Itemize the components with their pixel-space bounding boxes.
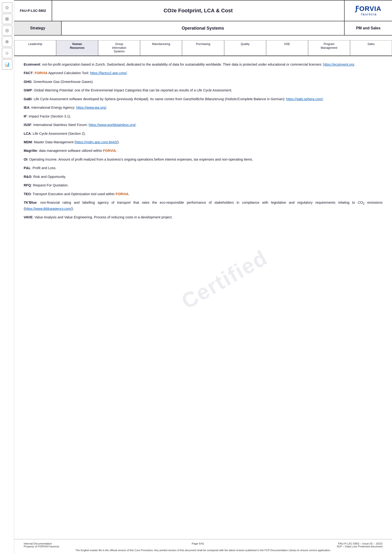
footer-page: Page 5/41 bbox=[192, 542, 204, 548]
link-mdm[interactable]: https://mdm.app.corp:8443/ bbox=[76, 140, 118, 144]
footer-disclaimer: The English master file is the official … bbox=[24, 549, 383, 552]
company-logo: ƑORVIA ·faurecia bbox=[345, 0, 392, 21]
tab-group-information-systems[interactable]: GroupInformationSystems bbox=[98, 40, 140, 56]
tab-sales[interactable]: Sales bbox=[350, 40, 392, 56]
def-oi: OI: Operating Income. Amount of profit r… bbox=[24, 157, 383, 162]
term-gabi: GaBi bbox=[24, 97, 32, 101]
term-oi: OI bbox=[24, 158, 27, 161]
term-mdm: MDM bbox=[24, 140, 32, 144]
network-icon[interactable]: ⊛ bbox=[2, 36, 12, 47]
footer-left: Internal Documentation Property of FORVI… bbox=[24, 542, 59, 548]
nav-bar: Strategy Operational Systems PM and Sale… bbox=[14, 21, 392, 35]
footer-right: FAU-P-LSC-5802 – Issue 02 – 10/22 DLP – … bbox=[337, 542, 383, 548]
term-gwp: GWP bbox=[24, 88, 32, 92]
nav-pm-sales[interactable]: PM and Sales bbox=[345, 21, 392, 35]
def-gabi: GaBi: Life Cycle Assessment software dev… bbox=[24, 97, 383, 102]
doc-id: FAU-P-LSC-5802 bbox=[14, 0, 52, 21]
shield-icon[interactable]: ◎ bbox=[2, 25, 12, 35]
def-mdm: MDM: Master Data Management (https://mdm… bbox=[24, 139, 383, 145]
link-iea[interactable]: https://www.iea.org/ bbox=[76, 106, 106, 110]
gabi-italic: Ganzheitliche Bilanzierung bbox=[183, 97, 224, 101]
term-ro: R&O bbox=[24, 175, 31, 179]
tab-quality[interactable]: Quality bbox=[224, 40, 266, 56]
footer-dlp: DLP – Data Loss Protected document bbox=[337, 545, 383, 548]
tab-manufacturing[interactable]: Manufacturing bbox=[140, 40, 182, 56]
footer-issue: FAU-P-LSC-5802 – Issue 02 – 10/22 bbox=[337, 542, 383, 545]
def-iea: IEA: International Energy Agency: https:… bbox=[24, 105, 383, 110]
faurecia-brand: ·faurecia bbox=[355, 13, 381, 16]
footer-property: Property of FORVIA Faurecia bbox=[24, 545, 59, 548]
tab-purchasing[interactable]: Purchasing bbox=[182, 40, 224, 56]
chart-icon[interactable]: 📊 bbox=[2, 59, 12, 70]
term-pl: P&L bbox=[24, 166, 31, 170]
def-tkblue: TK'Blue: non-financial rating and labell… bbox=[24, 200, 383, 211]
def-magritte: Magritte: data management software utili… bbox=[24, 148, 383, 153]
term-magritte: Magritte bbox=[24, 149, 37, 152]
header: FAU-P-LSC-5802 CO2e Footprint, LCA & Cos… bbox=[14, 0, 392, 21]
term-ghg: GHG bbox=[24, 80, 32, 84]
forvia-ref-magritte: FORVIA bbox=[103, 149, 116, 152]
watermark: Certified bbox=[177, 245, 272, 314]
forvia-ref-teo: FORVIA bbox=[116, 192, 129, 196]
tab-human-resources[interactable]: HumanResources bbox=[56, 40, 98, 56]
main-content: FAU-P-LSC-5802 CO2e Footprint, LCA & Cos… bbox=[14, 0, 392, 229]
term-vave: VAVE bbox=[24, 215, 33, 219]
def-if: IF: Impact Factor (Section 3.1). bbox=[24, 114, 383, 119]
grid-icon[interactable]: ⊞ bbox=[2, 14, 12, 24]
def-ghg: GHG: Greenhouse Gas (Greenhouse Gases). bbox=[24, 79, 383, 84]
term-issf: ISSF bbox=[24, 123, 31, 127]
term-rfq: RFQ bbox=[24, 183, 31, 187]
nav-strategy[interactable]: Strategy bbox=[14, 21, 62, 35]
footer-internal-doc: Internal Documentation bbox=[24, 542, 59, 545]
tab-leadership[interactable]: Leadership bbox=[14, 40, 56, 56]
link-gabi[interactable]: https://gabi.sphera.com/ bbox=[286, 97, 323, 101]
def-fact: FACT: FORVIA Approved Calculation Tool: … bbox=[24, 70, 383, 76]
def-ecoinvent: Ecoinvent: not-for-profit organization b… bbox=[24, 62, 383, 67]
def-gwp: GWP: Global Warming Potential: one of th… bbox=[24, 88, 383, 93]
def-teo: TEO: Transport Execution and Optimizatio… bbox=[24, 191, 383, 197]
sidebar: ⊙ ⊞ ◎ ⊛ ☺ 📊 bbox=[0, 0, 14, 554]
link-tkblue[interactable]: https://www.tkblueagency.com/ bbox=[25, 207, 72, 211]
term-lca: LCA bbox=[24, 132, 31, 135]
def-pl: P&L: Profit and Loss. bbox=[24, 165, 383, 171]
def-lca: LCA: Life Cycle Assessment (Section 2). bbox=[24, 131, 383, 136]
content-body: Ecoinvent: not-for-profit organization b… bbox=[14, 56, 392, 229]
term-fact: FACT bbox=[24, 71, 33, 75]
term-ecoinvent: Ecoinvent bbox=[24, 62, 40, 66]
link-issf[interactable]: https://www.worldstainless.org/ bbox=[89, 123, 136, 127]
def-vave: VAVE: Value Analysis and Value Engineeri… bbox=[24, 215, 383, 220]
term-iea: IEA bbox=[24, 106, 29, 110]
nav-operational[interactable]: Operational Systems bbox=[62, 21, 345, 35]
sub-nav: Leadership HumanResources GroupInformati… bbox=[14, 40, 392, 56]
link-fact[interactable]: https://factco2.app.corp/ bbox=[90, 71, 127, 75]
link-ecoinvent[interactable]: https://ecoinvent.org bbox=[323, 62, 354, 66]
person-icon[interactable]: ☺ bbox=[2, 48, 12, 58]
def-issf: ISSF: International Stainless Steel Foru… bbox=[24, 122, 383, 127]
document-title: CO2e Footprint, LCA & Cost bbox=[52, 0, 345, 21]
term-tkblue: TK'Blue bbox=[24, 201, 36, 204]
term-if: IF bbox=[24, 114, 27, 118]
forvia-ref-fact: FORVIA bbox=[35, 71, 48, 75]
def-ro: R&O: Risk and Opportunity. bbox=[24, 174, 383, 179]
footer: Internal Documentation Property of FORVI… bbox=[14, 539, 392, 554]
term-teo: TEO bbox=[24, 192, 31, 196]
def-rfq: RFQ: Request For Quotation. bbox=[24, 183, 383, 188]
circles-icon[interactable]: ⊙ bbox=[2, 2, 12, 13]
forvia-brand: ƑORVIA bbox=[355, 5, 381, 13]
tab-hse[interactable]: HSE bbox=[266, 40, 308, 56]
tab-program-management[interactable]: ProgramManagement bbox=[308, 40, 350, 56]
